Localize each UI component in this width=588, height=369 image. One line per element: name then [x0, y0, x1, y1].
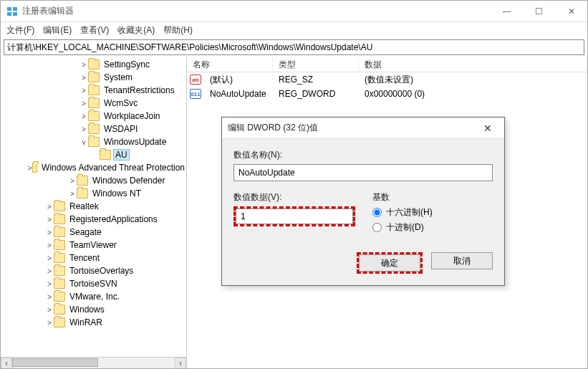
minimize-button[interactable]: — — [491, 1, 523, 22]
cancel-button[interactable]: 取消 — [431, 252, 493, 269]
expander-icon[interactable]: > — [79, 125, 88, 133]
expander-icon[interactable]: > — [28, 164, 32, 172]
radio-hex[interactable]: 十六进制(H) — [372, 206, 493, 219]
tree-item[interactable]: >Windows NT — [1, 187, 186, 200]
value-data-field[interactable] — [236, 209, 353, 224]
cell-name: (默认) — [204, 74, 273, 86]
list-row[interactable]: 011NoAutoUpdateREG_DWORD0x00000000 (0) — [187, 87, 587, 101]
tree-item[interactable]: >VMware, Inc. — [1, 290, 186, 303]
value-name-label: 数值名称(N): — [233, 149, 493, 161]
col-header-type[interactable]: 类型 — [273, 57, 359, 72]
svg-rect-2 — [7, 12, 11, 16]
list-row[interactable]: ab(默认)REG_SZ(数值未设置) — [187, 72, 587, 87]
window-title: 注册表编辑器 — [22, 5, 491, 17]
expander-icon[interactable]: > — [45, 229, 54, 236]
svg-rect-3 — [13, 12, 17, 16]
folder-icon — [77, 176, 88, 186]
scroll-left-arrow[interactable]: ‹ — [1, 358, 12, 369]
expander-icon[interactable]: > — [45, 280, 54, 288]
folder-icon — [88, 124, 100, 134]
expander-icon[interactable] — [91, 151, 100, 159]
scroll-track[interactable] — [12, 358, 175, 369]
cell-name: NoAutoUpdate — [204, 89, 273, 99]
menu-file[interactable]: 文件(F) — [6, 24, 34, 37]
horizontal-scrollbar[interactable]: ‹ › — [1, 357, 186, 368]
tree-item[interactable]: AU — [1, 148, 186, 161]
tree-item[interactable]: >WinRAR — [1, 316, 186, 329]
expander-icon[interactable]: > — [45, 216, 54, 224]
radio-dec-input[interactable] — [372, 223, 382, 232]
expander-icon[interactable]: > — [45, 254, 54, 262]
expander-icon[interactable]: > — [79, 112, 88, 120]
tree-item-label: Windows Advanced Threat Protection — [40, 163, 186, 173]
expander-icon[interactable]: > — [45, 319, 54, 327]
dialog-close-button[interactable]: ✕ — [477, 123, 498, 134]
radio-dec[interactable]: 十进制(D) — [372, 221, 493, 234]
folder-icon — [88, 137, 100, 147]
scroll-thumb[interactable] — [12, 358, 98, 367]
expander-icon[interactable]: > — [79, 61, 88, 69]
expander-icon[interactable]: > — [79, 87, 88, 95]
base-label: 基数 — [372, 191, 493, 203]
list-header: 名称 类型 数据 — [187, 57, 587, 72]
folder-icon — [88, 85, 100, 95]
tree-item[interactable]: >TortoiseSVN — [1, 277, 186, 290]
expander-icon[interactable]: > — [45, 203, 54, 211]
tree-item[interactable]: >Realtek — [1, 200, 186, 213]
tree-item-label: Windows Defender — [91, 176, 166, 186]
value-type-icon: ab — [190, 75, 201, 85]
tree-item-label: WcmSvc — [102, 98, 139, 108]
tree-item[interactable]: >WcmSvc — [1, 97, 186, 110]
col-header-name[interactable]: 名称 — [187, 57, 273, 72]
tree-item[interactable]: >Windows — [1, 303, 186, 316]
tree-item[interactable]: >WSDAPI — [1, 123, 186, 135]
tree-item[interactable]: >TenantRestrictions — [1, 84, 186, 97]
folder-icon — [54, 227, 65, 237]
menu-help[interactable]: 帮助(H) — [163, 24, 193, 37]
tree-item-label: TortoiseOverlays — [68, 266, 135, 276]
expander-icon[interactable]: > — [45, 267, 54, 275]
ok-button[interactable]: 确定 — [359, 254, 420, 272]
tree-item[interactable]: vWindowsUpdate — [1, 135, 186, 148]
col-header-data[interactable]: 数据 — [359, 57, 587, 72]
list-rows: ab(默认)REG_SZ(数值未设置)011NoAutoUpdateREG_DW… — [187, 72, 587, 101]
expander-icon[interactable]: > — [45, 293, 54, 301]
expander-icon[interactable]: > — [68, 190, 77, 198]
tree-item[interactable]: >Tencent — [1, 251, 186, 264]
expander-icon[interactable]: > — [68, 177, 77, 185]
tree-item-label: Realtek — [68, 201, 100, 211]
tree-item[interactable]: >Seagate — [1, 226, 186, 239]
expander-icon[interactable]: > — [79, 100, 88, 107]
tree-item-label: System — [102, 72, 134, 82]
tree-item-label: SettingSync — [102, 59, 151, 70]
tree-item[interactable]: >WorkplaceJoin — [1, 110, 186, 123]
scroll-right-arrow[interactable]: › — [175, 358, 186, 369]
cell-type: REG_SZ — [273, 75, 359, 85]
expander-icon[interactable]: v — [79, 138, 88, 146]
expander-icon[interactable]: > — [45, 306, 54, 314]
tree-item-label: Tencent — [68, 253, 101, 263]
tree-item[interactable]: >RegisteredApplications — [1, 213, 186, 226]
tree-panel: >SettingSync>System>TenantRestrictions>W… — [1, 57, 187, 368]
value-name-field[interactable] — [233, 164, 493, 181]
expander-icon[interactable]: > — [79, 74, 88, 82]
menu-edit[interactable]: 编辑(E) — [43, 24, 72, 37]
menu-favorites[interactable]: 收藏夹(A) — [117, 24, 155, 37]
expander-icon[interactable]: > — [45, 241, 54, 249]
tree-item[interactable]: >SettingSync — [1, 58, 186, 71]
tree-item[interactable]: >System — [1, 71, 186, 84]
close-button[interactable]: ✕ — [555, 1, 587, 22]
tree-item-label: WindowsUpdate — [102, 137, 168, 147]
folder-icon — [77, 188, 88, 198]
tree-item[interactable]: >Windows Advanced Threat Protection — [1, 161, 186, 174]
tree-item[interactable]: >TortoiseOverlays — [1, 264, 186, 277]
tree-item[interactable]: >TeamViewer — [1, 239, 186, 251]
cell-data: 0x00000000 (0) — [359, 89, 430, 99]
address-bar[interactable]: 计算机\HKEY_LOCAL_MACHINE\SOFTWARE\Policies… — [4, 39, 584, 55]
radio-hex-input[interactable] — [372, 208, 382, 217]
menu-view[interactable]: 查看(V) — [80, 24, 109, 37]
ok-button-highlight: 确定 — [357, 252, 423, 274]
tree-item-label: RegisteredApplications — [68, 214, 159, 224]
maximize-button[interactable]: ☐ — [523, 1, 555, 22]
tree-item[interactable]: >Windows Defender — [1, 174, 186, 187]
